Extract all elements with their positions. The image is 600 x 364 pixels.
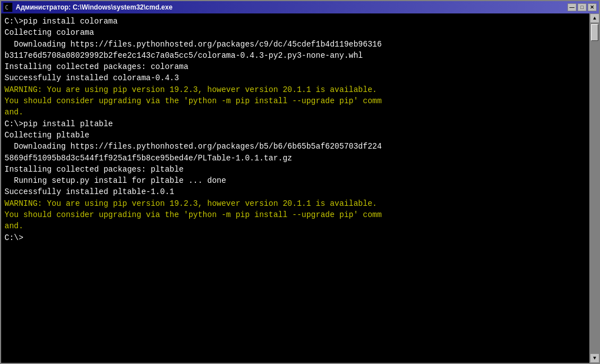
scroll-track[interactable] [590,23,599,353]
title-bar-controls: — □ ✕ [567,3,597,11]
scrollbar[interactable]: ▲ ▼ [589,13,599,363]
close-button[interactable]: ✕ [588,3,597,11]
console-line: You should consider upgrading via the 'p… [4,95,586,107]
console-line: C:\>pip install pltable [4,118,586,130]
minimize-button[interactable]: — [567,3,576,11]
console-line: and. [4,107,586,118]
console-content: C:\>pip install coloramaCollecting color… [1,13,589,363]
window-title: Администратор: C:\Windows\system32\cmd.e… [16,3,172,11]
console-line: Downloading https://files.pythonhosted.o… [4,141,586,152]
console-line: Collecting colorama [4,27,586,38]
cmd-icon: C [3,3,12,12]
console-line: Installing collected packages: pltable [4,164,586,175]
maximize-button[interactable]: □ [578,3,587,11]
scroll-up-button[interactable]: ▲ [590,13,599,23]
console-line: WARNING: You are using pip version 19.2.… [4,84,586,95]
console-line: WARNING: You are using pip version 19.2.… [4,198,586,209]
scroll-thumb[interactable] [591,24,598,41]
console-line: C:\> [4,232,586,243]
console-line: b3117e6d5708a08029992b2fee2c143c7a0a5cc5… [4,50,586,61]
console-line: Successfully installed colorama-0.4.3 [4,72,586,84]
console-line: Installing collected packages: colorama [4,61,586,72]
console-line: You should consider upgrading via the 'p… [4,209,586,220]
cmd-window: C Администратор: C:\Windows\system32\cmd… [0,0,600,364]
console-line: 5869df51095b8d3c544f1f925a1f5b8ce95bed4e… [4,153,586,164]
console-area: C:\>pip install coloramaCollecting color… [1,13,599,363]
title-bar-left: C Администратор: C:\Windows\system32\cmd… [3,3,172,12]
console-line: C:\>pip install colorama [4,16,586,27]
console-line: Downloading https://files.pythonhosted.o… [4,39,586,50]
title-bar: C Администратор: C:\Windows\system32\cmd… [1,1,599,13]
scroll-down-button[interactable]: ▼ [590,353,599,363]
console-line: Collecting pltable [4,130,586,141]
console-line: and. [4,220,586,232]
console-line: Successfully installed pltable-1.0.1 [4,186,586,197]
console-line: Running setup.py install for pltable ...… [4,175,586,186]
svg-text:C: C [5,4,8,11]
